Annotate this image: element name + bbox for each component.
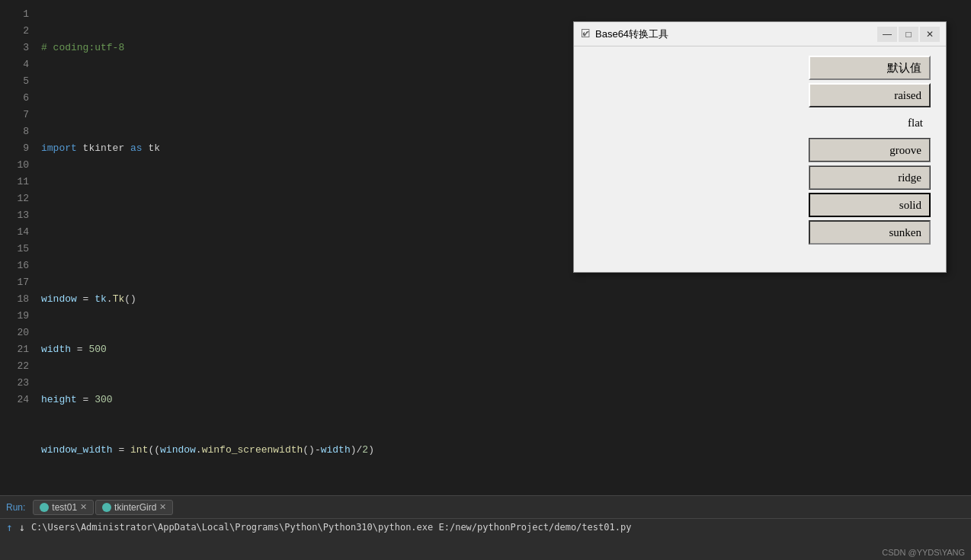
line-numbers: 1 2 3 4 5 6 7 8 9 10 11 12 13 14 15 16 1… bbox=[0, 0, 38, 495]
down-arrow-icon: ↓ bbox=[18, 521, 24, 533]
bottom-bar: Run: test01 ✕ tkinterGird ✕ ↑ ↓ C:\Users… bbox=[0, 495, 971, 560]
up-arrow-icon: ↑ bbox=[6, 521, 12, 533]
tab-bar: Run: test01 ✕ tkinterGird ✕ bbox=[0, 496, 971, 519]
console-path: C:\Users\Administrator\AppData\Local\Pro… bbox=[31, 522, 631, 533]
button-default[interactable]: 默认值 bbox=[809, 56, 931, 80]
maximize-button[interactable]: □ bbox=[899, 27, 918, 42]
button-ridge[interactable]: ridge bbox=[809, 165, 931, 190]
code-line-8: height = 300 bbox=[38, 392, 971, 408]
python-icon-2 bbox=[102, 503, 111, 512]
tab-test01[interactable]: test01 ✕ bbox=[33, 500, 94, 515]
close-tab-1-icon[interactable]: ✕ bbox=[80, 502, 87, 512]
console-output: ↑ ↓ C:\Users\Administrator\AppData\Local… bbox=[0, 519, 971, 536]
code-line-7: width = 500 bbox=[38, 341, 971, 358]
tab-tkintergird-label: tkinterGird bbox=[114, 502, 156, 513]
code-line-6: window = tk.Tk() bbox=[38, 291, 971, 308]
python-icon-1 bbox=[40, 503, 49, 512]
float-titlebar: 🗹 Base64转换工具 — □ ✕ bbox=[574, 22, 946, 46]
button-flat[interactable]: flat bbox=[809, 110, 931, 135]
button-solid[interactable]: solid bbox=[809, 193, 931, 217]
close-button[interactable]: ✕ bbox=[920, 27, 940, 42]
button-sunken[interactable]: sunken bbox=[809, 220, 931, 245]
tab-test01-label: test01 bbox=[52, 502, 77, 513]
float-title-text: Base64转换工具 bbox=[595, 27, 877, 41]
code-line-9: window_width = int((window.winfo_screenw… bbox=[38, 442, 971, 459]
csdn-watermark: CSDN @YYDS\YANG bbox=[882, 548, 965, 557]
run-label: Run: bbox=[6, 502, 25, 513]
minimize-button[interactable]: — bbox=[877, 27, 897, 42]
tab-tkintergird[interactable]: tkinterGird ✕ bbox=[95, 500, 173, 515]
close-tab-2-icon[interactable]: ✕ bbox=[159, 502, 166, 512]
button-groove[interactable]: groove bbox=[809, 138, 931, 162]
float-body: 默认值 raised flat groove ridge solid sunke… bbox=[574, 46, 946, 257]
float-title-icon: 🗹 bbox=[580, 28, 591, 40]
float-window: 🗹 Base64转换工具 — □ ✕ 默认值 raised flat groov… bbox=[573, 21, 947, 273]
button-raised[interactable]: raised bbox=[809, 83, 931, 107]
float-window-controls: — □ ✕ bbox=[877, 27, 940, 42]
